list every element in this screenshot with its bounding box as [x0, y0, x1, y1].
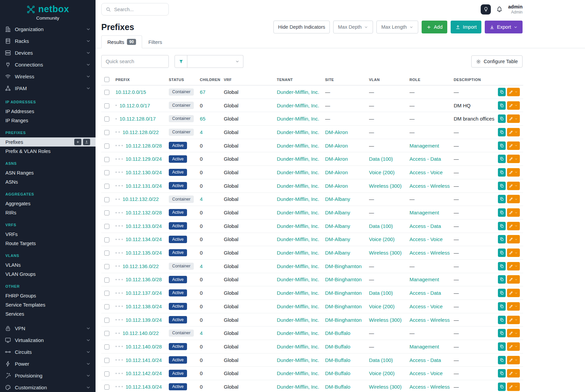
row-checkbox[interactable]: [104, 304, 109, 309]
tab-filters[interactable]: Filters: [142, 35, 168, 48]
tenant-link[interactable]: Dunder-Mifflin, Inc.: [277, 143, 319, 149]
sidebar-item-vlans[interactable]: VLANs: [0, 260, 96, 269]
clone-button[interactable]: [498, 275, 506, 284]
row-checkbox[interactable]: [104, 130, 109, 135]
vlan-link[interactable]: Voice (200): [369, 236, 395, 242]
edit-button[interactable]: [507, 369, 520, 377]
row-checkbox[interactable]: [104, 278, 109, 283]
clone-button[interactable]: [498, 195, 506, 203]
sidebar-item-connections[interactable]: Connections: [0, 59, 96, 71]
column-header-prefix[interactable]: PREFIX: [115, 74, 169, 85]
edit-button[interactable]: [507, 168, 520, 177]
prefix-link[interactable]: 10.112.143.0/24: [126, 384, 162, 390]
clone-button[interactable]: [498, 168, 506, 177]
site-link[interactable]: DM-Akron: [325, 156, 348, 162]
site-link[interactable]: DM-Buffalo: [325, 344, 350, 349]
clone-button[interactable]: [498, 316, 506, 324]
site-link[interactable]: DM-Albany: [325, 223, 350, 229]
role-link[interactable]: Access - Wireless: [409, 384, 450, 390]
sidebar-item-vlan-groups[interactable]: VLAN Groups: [0, 269, 96, 279]
clone-button[interactable]: [498, 222, 506, 230]
column-header-tenant[interactable]: TENANT: [277, 74, 325, 85]
column-header-vrf[interactable]: VRF: [224, 74, 277, 85]
row-checkbox[interactable]: [104, 344, 109, 349]
vlan-link[interactable]: Wireless (300): [369, 384, 402, 390]
max-depth-dropdown[interactable]: Max Depth: [333, 21, 373, 33]
tenant-link[interactable]: Dunder-Mifflin, Inc.: [277, 290, 319, 296]
export-button[interactable]: Export: [485, 21, 523, 33]
role-link[interactable]: Access - Wireless: [409, 183, 450, 189]
role-link[interactable]: Access - Data: [409, 357, 441, 363]
site-link[interactable]: DM-Buffalo: [325, 330, 350, 336]
prefix-link[interactable]: 10.112.0.0/15: [115, 89, 146, 95]
sidebar-item-route-targets[interactable]: Route Targets: [0, 239, 96, 248]
clone-button[interactable]: [498, 182, 506, 190]
column-header-description[interactable]: DESCRIPTION: [454, 74, 498, 85]
site-link[interactable]: DM-Albany: [325, 250, 350, 256]
edit-button[interactable]: [507, 302, 520, 311]
tenant-link[interactable]: Dunder-Mifflin, Inc.: [277, 370, 319, 376]
tenant-link[interactable]: Dunder-Mifflin, Inc.: [277, 169, 319, 175]
prefix-link[interactable]: 10.112.135.0/24: [126, 250, 162, 256]
max-length-dropdown[interactable]: Max Length: [376, 21, 418, 33]
sidebar-item-ip-addresses[interactable]: IP Addresses: [0, 107, 96, 116]
site-link[interactable]: DM-Buffalo: [325, 370, 350, 376]
quick-import-button[interactable]: [83, 139, 90, 145]
tenant-link[interactable]: Dunder-Mifflin, Inc.: [277, 357, 319, 363]
prefix-link[interactable]: 10.112.128.0/28: [126, 143, 162, 149]
edit-button[interactable]: [507, 141, 520, 150]
row-checkbox[interactable]: [104, 170, 109, 175]
row-checkbox[interactable]: [104, 358, 109, 363]
column-header-site[interactable]: SITE: [325, 74, 369, 85]
row-checkbox[interactable]: [104, 143, 109, 149]
tenant-link[interactable]: Dunder-Mifflin, Inc.: [277, 330, 319, 336]
sidebar-item-customization[interactable]: Customization: [0, 382, 96, 392]
tenant-link[interactable]: Dunder-Mifflin, Inc.: [277, 236, 319, 242]
row-checkbox[interactable]: [104, 331, 109, 336]
site-link[interactable]: DM-Buffalo: [325, 357, 350, 363]
site-link[interactable]: DM-Buffalo: [325, 384, 350, 390]
vlan-link[interactable]: Data (100): [369, 290, 393, 296]
vlan-link[interactable]: Voice (200): [369, 304, 395, 309]
clone-button[interactable]: [498, 101, 506, 110]
children-count-link[interactable]: 4: [200, 263, 203, 269]
edit-button[interactable]: [507, 88, 520, 96]
tenant-link[interactable]: Dunder-Mifflin, Inc.: [277, 116, 319, 122]
prefix-link[interactable]: 10.112.130.0/24: [126, 169, 162, 175]
sidebar-item-asn-ranges[interactable]: ASN Ranges: [0, 168, 96, 177]
role-link[interactable]: Access - Wireless: [409, 317, 450, 323]
clone-button[interactable]: [498, 369, 506, 377]
site-link[interactable]: DM-Akron: [325, 143, 348, 149]
row-checkbox[interactable]: [104, 318, 109, 323]
edit-button[interactable]: [507, 222, 520, 230]
tenant-link[interactable]: Dunder-Mifflin, Inc.: [277, 183, 319, 189]
sidebar-item-racks[interactable]: Racks: [0, 35, 96, 47]
tenant-link[interactable]: Dunder-Mifflin, Inc.: [277, 89, 319, 95]
row-checkbox[interactable]: [104, 371, 109, 376]
site-link[interactable]: DM-Binghamton: [325, 304, 362, 309]
quick-search-input[interactable]: [101, 55, 169, 68]
edit-button[interactable]: [507, 316, 520, 324]
edit-button[interactable]: [507, 289, 520, 297]
sidebar-item-ipam[interactable]: IPAM: [0, 82, 96, 94]
sidebar-item-service-templates[interactable]: Service Templates: [0, 300, 96, 309]
clone-button[interactable]: [498, 235, 506, 243]
quick-add-button[interactable]: [74, 139, 81, 145]
row-checkbox[interactable]: [104, 157, 109, 162]
sidebar-item-wireless[interactable]: Wireless: [0, 71, 96, 82]
site-link[interactable]: DM-Albany: [325, 196, 350, 202]
prefix-link[interactable]: 10.112.134.0/24: [126, 236, 162, 242]
column-header-children[interactable]: CHILDREN: [200, 74, 224, 85]
site-link[interactable]: DM-Akron: [325, 129, 348, 135]
vlan-link[interactable]: Wireless (300): [369, 317, 402, 323]
row-checkbox[interactable]: [104, 291, 109, 296]
row-checkbox[interactable]: [104, 103, 109, 108]
tenant-link[interactable]: Dunder-Mifflin, Inc.: [277, 317, 319, 323]
sidebar-item-services[interactable]: Services: [0, 309, 96, 318]
import-button[interactable]: Import: [451, 21, 481, 33]
clone-button[interactable]: [498, 155, 506, 163]
prefix-link[interactable]: 10.112.129.0/24: [126, 156, 162, 162]
prefix-link[interactable]: 10.112.128.0/17: [119, 116, 156, 122]
edit-button[interactable]: [507, 275, 520, 284]
tenant-link[interactable]: Dunder-Mifflin, Inc.: [277, 344, 319, 349]
